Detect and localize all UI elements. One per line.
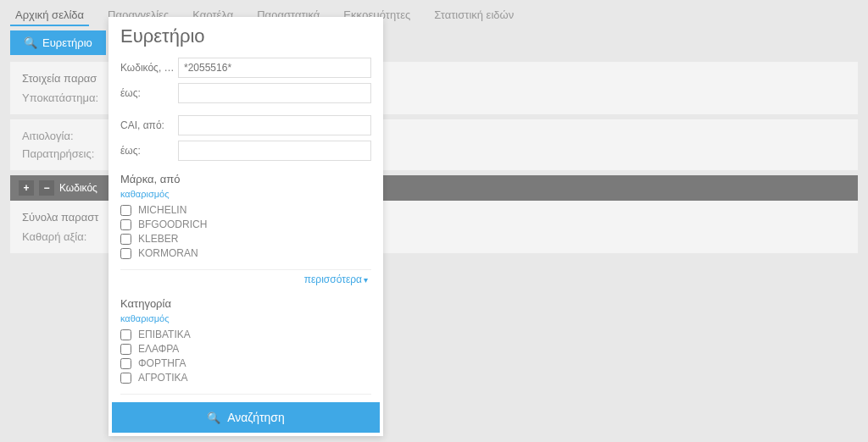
brand-label: KLEBER	[138, 233, 178, 245]
category-checkbox[interactable]	[120, 358, 131, 369]
category-option[interactable]: ΕΛΑΦΡΑ	[120, 343, 371, 355]
add-row-button[interactable]: +	[19, 180, 34, 196]
category-option[interactable]: ΑΓΡΟΤΙΚΑ	[120, 372, 371, 384]
category-option[interactable]: ΕΠΙΒΑΤΙΚΑ	[120, 329, 371, 340]
brand-section-title: Μάρκα, από	[120, 173, 371, 185]
brand-option[interactable]: MICHELIN	[120, 204, 371, 216]
category-checkbox[interactable]	[120, 373, 131, 384]
category-label: ΦΟΡΤΗΓΑ	[138, 357, 186, 369]
category-clear-link[interactable]: καθαρισμός	[120, 313, 169, 323]
category-checkbox[interactable]	[120, 329, 131, 340]
brand-label: KORMORAN	[138, 247, 198, 259]
cai-from-label: CAI, από:	[120, 119, 178, 131]
brand-checkbox[interactable]	[120, 248, 131, 259]
cai-to-label: έως:	[120, 145, 178, 157]
code-from-label: Κωδικός, α...	[120, 62, 178, 74]
category-label: ΑΓΡΟΤΙΚΑ	[138, 372, 188, 384]
code-from-input[interactable]	[178, 58, 371, 78]
brand-checkbox[interactable]	[120, 219, 131, 230]
search-button[interactable]: 🔍 Αναζήτηση	[112, 402, 380, 433]
brand-option[interactable]: BFGOODRICH	[120, 218, 371, 230]
brand-more-link[interactable]: περισσότερα▾	[120, 269, 371, 285]
chevron-down-icon: ▾	[364, 275, 368, 285]
index-modal: Ευρετήριο Κωδικός, α... έως: CAI, από: έ…	[108, 17, 383, 436]
remove-row-button[interactable]: −	[39, 180, 54, 196]
modal-body[interactable]: Κωδικός, α... έως: CAI, από: έως: Μάρκα,…	[108, 58, 383, 399]
category-label: ΕΠΙΒΑΤΙΚΑ	[138, 329, 191, 340]
search-icon: 🔍	[24, 36, 37, 49]
code-to-label: έως:	[120, 87, 178, 99]
modal-title: Ευρετήριο	[108, 17, 383, 58]
category-label: ΕΛΑΦΡΑ	[138, 343, 179, 355]
tab-home[interactable]: Αρχική σελίδα	[10, 5, 89, 26]
cai-from-input[interactable]	[178, 115, 371, 135]
brand-clear-link[interactable]: καθαρισμός	[120, 189, 169, 199]
brand-option[interactable]: KLEBER	[120, 233, 371, 245]
code-to-input[interactable]	[178, 83, 371, 103]
code-column-header: Κωδικός	[59, 182, 97, 194]
brand-checkbox[interactable]	[120, 234, 131, 245]
brand-label: MICHELIN	[138, 204, 186, 216]
tab-stats[interactable]: Στατιστική ειδών	[429, 5, 519, 26]
cai-to-input[interactable]	[178, 141, 371, 161]
category-more-link[interactable]: περισσότερα▾	[120, 394, 371, 399]
category-section-title: Κατηγορία	[120, 297, 371, 310]
category-checkbox[interactable]	[120, 344, 131, 355]
brand-option[interactable]: KORMORAN	[120, 247, 371, 259]
brand-label: BFGOODRICH	[138, 218, 207, 230]
search-button-label: Αναζήτηση	[227, 411, 285, 424]
index-button-label: Ευρετήριο	[42, 36, 92, 49]
category-option[interactable]: ΦΟΡΤΗΓΑ	[120, 357, 371, 369]
search-icon: 🔍	[207, 412, 220, 424]
brand-checkbox[interactable]	[120, 205, 131, 216]
index-button[interactable]: 🔍 Ευρετήριο	[10, 30, 106, 55]
